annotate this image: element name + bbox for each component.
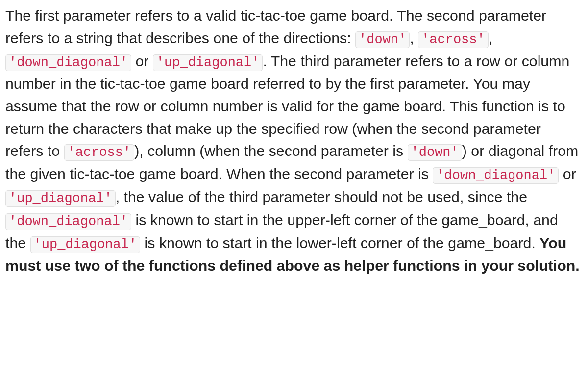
text-run: is known to start in the lower-left corn… <box>140 235 539 251</box>
code-literal-across: 'across' <box>64 144 135 161</box>
code-literal-down: 'down' <box>355 31 410 48</box>
code-literal-up-diagonal: 'up_diagonal' <box>153 54 263 71</box>
code-literal-down-diagonal: 'down_diagonal' <box>5 54 131 71</box>
text-run: , <box>489 30 492 46</box>
code-literal-down-diagonal: 'down_diagonal' <box>433 167 559 184</box>
text-run: or <box>131 53 153 69</box>
code-literal-across: 'across' <box>418 31 489 48</box>
paragraph-body: The first parameter refers to a valid ti… <box>5 4 583 277</box>
code-literal-down-diagonal: 'down_diagonal' <box>5 213 131 230</box>
document-page: The first parameter refers to a valid ti… <box>0 0 588 385</box>
code-literal-up-diagonal: 'up_diagonal' <box>5 190 116 207</box>
code-literal-up-diagonal: 'up_diagonal' <box>30 236 141 253</box>
text-run: , <box>410 30 418 46</box>
code-literal-down: 'down' <box>408 144 462 161</box>
text-run: or <box>559 166 576 182</box>
text-run: , the value of the third parameter shoul… <box>116 189 527 205</box>
text-run: ), column (when the second parameter is <box>134 143 407 159</box>
